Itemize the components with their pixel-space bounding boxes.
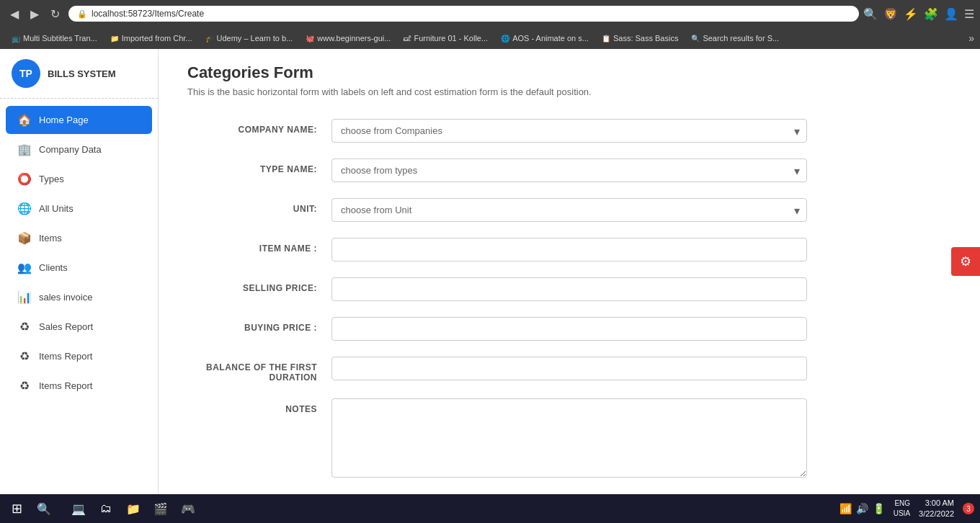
taskbar-lang: ENGUSIA — [894, 499, 910, 519]
bookmark-icon-6: 📋 — [602, 35, 610, 43]
sidebar-nav: 🏠Home Page🏢Company Data⭕Types🌐All Units📦… — [0, 99, 158, 494]
taskbar-app-0[interactable]: 💻 — [66, 496, 92, 522]
unit-select[interactable]: choose from Unit — [331, 198, 807, 222]
nav-label-3: All Units — [39, 203, 74, 214]
nav-label-9: Items Report — [39, 380, 92, 391]
address-bar[interactable]: 🔒 localhost:58723/Items/Create — [68, 6, 859, 22]
bookmark-4[interactable]: 🛋 Furniture 01 - Kolle... — [398, 32, 494, 44]
taskbar-right: 📶 🔊 🔋 ENGUSIA 3:00 AM 3/22/2022 3 — [839, 498, 974, 520]
control-wrapper-company-name-select: choose from Companies — [331, 119, 807, 143]
bookmark-label-4: Furniture 01 - Kolle... — [414, 34, 488, 43]
extensions-icon[interactable]: 🧩 — [924, 7, 938, 21]
bookmarks-more-button[interactable]: » — [968, 32, 974, 44]
form-group-notes-textarea: NOTES — [187, 398, 951, 480]
sidebar-item-types-2[interactable]: ⭕Types — [6, 165, 152, 193]
back-button[interactable]: ◀ — [6, 6, 23, 22]
sidebar: TP BILLS SYSTEM 🏠Home Page🏢Company Data⭕… — [0, 49, 159, 494]
form-group-balance-input: BALANCE OF THE FIRST DURATION — [187, 357, 951, 383]
nav-label-0: Home Page — [39, 115, 89, 125]
bookmark-label-5: AOS - Animate on s... — [512, 34, 589, 43]
nav-icon-7: ♻ — [17, 320, 32, 334]
balance-input[interactable] — [331, 357, 807, 380]
bookmark-icon-1: 📁 — [110, 35, 119, 43]
sidebar-item-clients-5[interactable]: 👥Clients — [6, 254, 152, 282]
bookmark-5[interactable]: 🌐 AOS - Animate on s... — [495, 32, 594, 44]
bookmark-icon-0: 📺 — [12, 35, 20, 43]
lock-icon: 🔒 — [77, 9, 87, 19]
control-wrapper-selling-price-input — [331, 277, 807, 301]
search-action-icon[interactable]: 🔍 — [863, 7, 878, 21]
sidebar-item-items-report-8[interactable]: ♻Items Report — [6, 342, 152, 370]
bookmark-label-7: Search results for S... — [703, 34, 779, 43]
bookmark-icon-3: 🐙 — [306, 35, 314, 43]
bookmark-7[interactable]: 🔍 Search results for S... — [685, 32, 785, 44]
bookmark-icon-2: 🎓 — [205, 35, 214, 43]
nav-label-5: Clients — [39, 262, 68, 273]
control-wrapper-type-name-select: choose from types — [331, 158, 807, 182]
sidebar-item-sales-invoice-6[interactable]: 📊sales invoice — [6, 283, 152, 311]
taskbar-datetime: 3:00 AM 3/22/2022 — [919, 498, 954, 520]
bookmark-6[interactable]: 📋 Sass: Sass Basics — [596, 32, 684, 44]
nav-label-6: sales invoice — [39, 292, 92, 303]
buying-price-input[interactable] — [331, 317, 807, 341]
profile-icon[interactable]: 👤 — [944, 7, 958, 21]
label-buying-price-input: BUYING PRICE : — [187, 317, 331, 333]
form-group-company-name-select: COMPANY NAME:choose from Companies — [187, 119, 951, 143]
taskbar-time-text: 3:00 AM — [919, 498, 954, 509]
form-subtitle: This is the basic horizontal form with l… — [187, 86, 951, 97]
bookmark-1[interactable]: 📁 Imported from Chr... — [104, 32, 198, 44]
sidebar-item-home-page-0[interactable]: 🏠Home Page — [6, 106, 152, 134]
nav-icon-9: ♻ — [17, 379, 32, 393]
url-text: localhost:58723/Items/Create — [92, 9, 204, 19]
label-selling-price-input: SELLING PRICE: — [187, 277, 331, 293]
control-wrapper-notes-textarea — [331, 398, 807, 480]
bookmark-label-6: Sass: Sass Basics — [613, 34, 678, 43]
selling-price-input[interactable] — [331, 277, 807, 301]
bookmark-2[interactable]: 🎓 Udemy – Learn to b... — [200, 32, 299, 44]
label-company-name-select: COMPANY NAME: — [187, 119, 331, 135]
taskbar-app-2[interactable]: 📁 — [120, 496, 146, 522]
nav-icon-2: ⭕ — [17, 172, 32, 186]
nav-icon-4: 📦 — [17, 231, 32, 245]
taskbar-app-4[interactable]: 🎮 — [175, 496, 201, 522]
menu-icon[interactable]: ☰ — [964, 7, 974, 21]
form-group-buying-price-input: BUYING PRICE : — [187, 317, 951, 341]
bookmark-0[interactable]: 📺 Multi Subtitles Tran... — [6, 32, 103, 44]
form-group-selling-price-input: SELLING PRICE: — [187, 277, 951, 301]
company-name-select[interactable]: choose from Companies — [331, 119, 807, 143]
nav-icon-0: 🏠 — [17, 113, 32, 127]
taskbar-app-1[interactable]: 🗂 — [93, 496, 119, 522]
form-title: Categories Form — [187, 63, 951, 82]
sidebar-item-items-4[interactable]: 📦Items — [6, 224, 152, 252]
notification-badge[interactable]: 3 — [963, 503, 974, 514]
label-type-name-select: TYPE NAME: — [187, 158, 331, 174]
wifi-icon: 📶 — [839, 503, 852, 514]
select-wrapper-company-name-select: choose from Companies — [331, 119, 807, 143]
forward-button[interactable]: ▶ — [26, 6, 43, 22]
taskbar-app-3[interactable]: 🎬 — [148, 496, 174, 522]
select-wrapper-unit-select: choose from Unit — [331, 198, 807, 222]
brave-icon: 🦁 — [883, 7, 898, 21]
logo: TP — [12, 59, 40, 88]
bookmark-icon-7: 🔍 — [691, 35, 700, 43]
start-button[interactable]: ⊞ — [6, 498, 28, 519]
nav-icon-1: 🏢 — [17, 143, 32, 156]
refresh-button[interactable]: ↻ — [46, 6, 64, 22]
bookmark-label-0: Multi Subtitles Tran... — [23, 34, 97, 43]
bookmark-3[interactable]: 🐙 www.beginners-gui... — [300, 32, 396, 44]
gear-icon: ⚙ — [960, 254, 971, 269]
sidebar-item-items-report-9[interactable]: ♻Items Report — [6, 372, 152, 400]
gear-fab-button[interactable]: ⚙ — [951, 247, 980, 276]
item-name-input[interactable] — [331, 238, 807, 262]
sidebar-item-all-units-3[interactable]: 🌐All Units — [6, 195, 152, 223]
taskbar-search-button[interactable]: 🔍 — [31, 499, 57, 519]
type-name-select[interactable]: choose from types — [331, 158, 807, 182]
bookmark-icon-5: 🌐 — [501, 35, 509, 43]
bookmarks-bar: 📺 Multi Subtitles Tran... 📁 Imported fro… — [0, 27, 980, 49]
sidebar-item-sales-report-7[interactable]: ♻Sales Report — [6, 313, 152, 341]
notes-textarea[interactable] — [331, 398, 807, 478]
settings-icon[interactable]: ⚡ — [904, 7, 918, 21]
nav-icon-3: 🌐 — [17, 202, 32, 215]
sidebar-item-company-data-1[interactable]: 🏢Company Data — [6, 135, 152, 164]
label-notes-textarea: NOTES — [187, 398, 331, 414]
